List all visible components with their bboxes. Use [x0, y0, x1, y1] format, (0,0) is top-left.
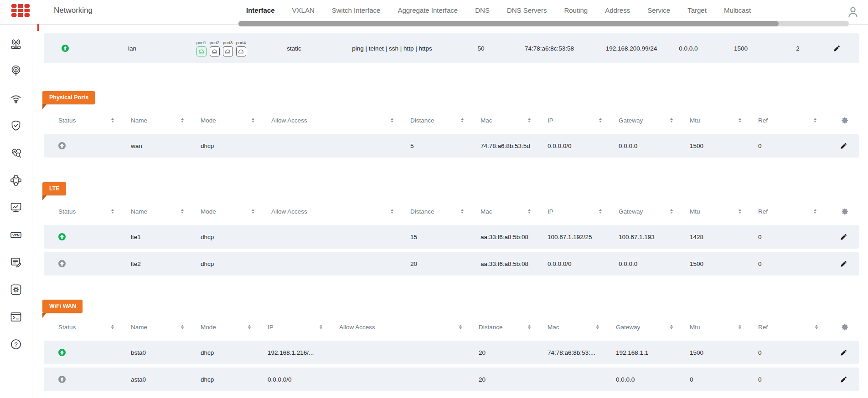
tab-service[interactable]: Service: [647, 6, 670, 14]
sort-icon[interactable]: [250, 208, 256, 215]
sort-icon[interactable]: [110, 208, 115, 215]
sidebar-item-network-topology[interactable]: [6, 174, 26, 188]
port-indicator: port3: [223, 40, 233, 56]
table-header: Status Name Mode IP Allow Access Distanc…: [44, 320, 859, 334]
column-header: Allow Access: [339, 324, 375, 331]
sort-icon[interactable]: [598, 117, 603, 124]
sort-icon[interactable]: [180, 117, 185, 124]
tab-dns[interactable]: DNS: [475, 6, 490, 14]
sort-icon[interactable]: [812, 208, 818, 215]
column-header: Mtu: [690, 324, 700, 331]
sort-icon[interactable]: [180, 323, 185, 331]
sidebar-item-wifi[interactable]: [6, 92, 26, 106]
cell-distance: 5: [396, 143, 466, 149]
horizontal-scrollbar-thumb[interactable]: [238, 21, 779, 26]
top-bar: Networking Interface VXLAN Switch Interf…: [0, 0, 868, 25]
cell-mac: 74:78:a6:8b:53:5d: [466, 143, 533, 149]
sort-icon[interactable]: [460, 117, 465, 124]
sort-icon[interactable]: [595, 323, 600, 331]
sort-icon[interactable]: [669, 117, 674, 124]
sort-icon[interactable]: [110, 323, 115, 331]
sort-icon[interactable]: [814, 323, 819, 331]
column-settings-button[interactable]: [841, 208, 849, 215]
sort-icon[interactable]: [458, 323, 463, 331]
pencil-icon: [840, 378, 847, 384]
edit-button[interactable]: [839, 375, 848, 384]
sort-icon[interactable]: [460, 208, 465, 215]
cell-ip: 0.0.0.0/0: [253, 376, 325, 383]
tab-vxlan[interactable]: VXLAN: [292, 6, 315, 14]
sort-icon[interactable]: [669, 323, 674, 331]
table-header: Status Name Mode Allow Access Distance M…: [44, 204, 859, 218]
sort-icon[interactable]: [527, 117, 532, 124]
sort-icon[interactable]: [250, 117, 256, 124]
column-header: Distance: [410, 117, 434, 124]
wifi-icon: [10, 92, 22, 106]
column-header: Mtu: [690, 117, 700, 124]
cell-ref: 0: [744, 234, 819, 240]
tab-address[interactable]: Address: [605, 6, 630, 14]
sidebar-item-broadcast[interactable]: [6, 65, 26, 78]
brand-logo[interactable]: [11, 4, 30, 17]
cell-distance: 15: [396, 234, 466, 240]
sort-icon[interactable]: [598, 208, 603, 215]
person-icon: [847, 13, 859, 20]
settings-gear-icon: [10, 283, 22, 297]
edit-button[interactable]: [839, 142, 848, 150]
column-settings-button[interactable]: [841, 117, 849, 124]
sort-icon[interactable]: [180, 208, 185, 215]
column-settings-button[interactable]: [841, 323, 849, 331]
tab-switch-interface[interactable]: Switch Interface: [332, 6, 381, 14]
edit-button[interactable]: [839, 260, 848, 268]
cell-mtu: 1500: [675, 260, 744, 267]
cell-mtu: 1500: [711, 45, 770, 52]
sort-icon[interactable]: [110, 117, 115, 124]
status-up-icon: [58, 376, 66, 383]
sort-icon[interactable]: [812, 117, 818, 124]
network-topology-icon: [10, 174, 22, 188]
sort-icon[interactable]: [737, 323, 743, 331]
tab-target[interactable]: Target: [687, 6, 707, 14]
sidebar-item-security[interactable]: [6, 119, 26, 133]
tab-interface[interactable]: Interface: [246, 6, 275, 14]
user-account-button[interactable]: [846, 5, 860, 19]
ethernet-port-icon: [196, 46, 207, 56]
sidebar-item-logs[interactable]: [6, 256, 26, 270]
vpn-icon: VPN: [10, 229, 22, 243]
ethernet-port-icon: [236, 46, 246, 56]
sidebar-item-wireless-router[interactable]: [6, 37, 26, 51]
sidebar-item-vpn[interactable]: VPN: [6, 229, 26, 242]
sort-icon[interactable]: [527, 208, 532, 215]
sort-icon[interactable]: [318, 323, 324, 331]
table-row: wan dhcp 5 74:78:a6:8b:53:5d 0.0.0.0/0 0…: [44, 134, 859, 158]
svg-text:?: ?: [14, 341, 17, 347]
horizontal-scrollbar[interactable]: [238, 21, 849, 26]
table-row: lte2 dhcp 20 aa:33:f6:a8:5b:08 0.0.0.0/0…: [44, 252, 859, 276]
edit-button[interactable]: [839, 233, 848, 241]
edit-button[interactable]: [839, 348, 848, 357]
tab-multicast[interactable]: Multicast: [724, 6, 751, 14]
sidebar-item-monitoring[interactable]: [6, 201, 26, 215]
sidebar-item-settings[interactable]: [6, 283, 26, 297]
sort-icon[interactable]: [527, 323, 532, 331]
sort-icon[interactable]: [389, 208, 395, 215]
cell-mtu: 1500: [675, 143, 744, 149]
sidebar-item-help[interactable]: ?: [6, 338, 26, 352]
cell-mac: aa:33:f6:a8:5b:08: [466, 260, 533, 267]
sort-icon[interactable]: [389, 117, 395, 124]
column-header: Status: [58, 208, 76, 215]
sort-icon[interactable]: [737, 208, 743, 215]
sidebar-item-health-check[interactable]: [6, 147, 26, 160]
status-up-icon: [58, 260, 66, 267]
edit-button[interactable]: [832, 44, 841, 53]
sort-icon[interactable]: [669, 208, 674, 215]
port-label: port2: [210, 40, 220, 45]
tab-aggregate-interface[interactable]: Aggregate Interface: [398, 6, 458, 14]
sidebar-item-terminal[interactable]: [6, 311, 26, 324]
logs-edit-icon: [10, 256, 22, 270]
sort-icon[interactable]: [247, 323, 252, 331]
sort-icon[interactable]: [737, 117, 743, 124]
column-header: Mode: [201, 208, 216, 215]
tab-dns-servers[interactable]: DNS Servers: [507, 6, 547, 14]
tab-routing[interactable]: Routing: [564, 6, 588, 14]
